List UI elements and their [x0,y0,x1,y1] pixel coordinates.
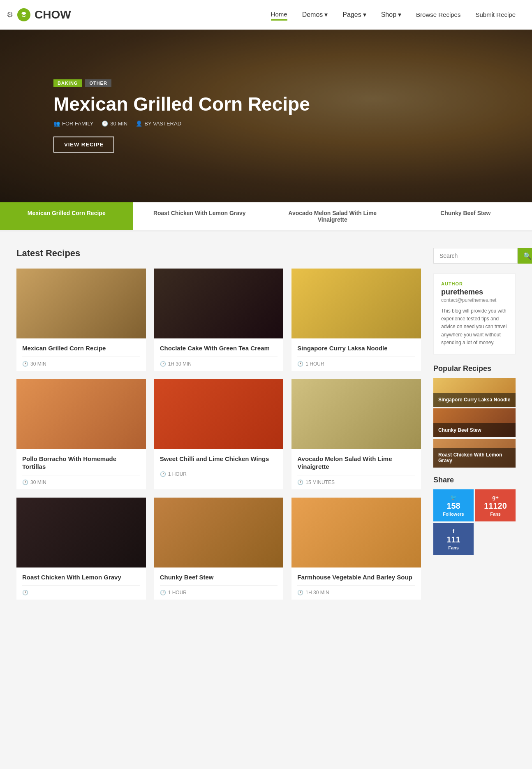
recipe-image [154,379,284,449]
clock-icon: 🕐 [297,590,303,595]
recipe-title: Roast Chicken With Lemon Gravy [22,573,140,581]
popular-item[interactable]: Chunky Beef Stew [433,408,516,437]
facebook-count: 111 [446,535,460,544]
recipe-card-body: Farmhouse Vegetable And Barley Soup 🕐 1H… [291,567,421,600]
tab-mexican-grilled[interactable]: Mexican Grilled Corn Recipe [0,202,133,230]
hero-meta-time: 🕐 30 MIN [102,120,127,127]
search-box: 🔍 [433,248,516,264]
recipe-card-body: Avocado Melon Salad With Lime Vinaigrett… [291,449,421,489]
nav-pages[interactable]: Pages ▾ [342,11,366,19]
clock-icon: 🕐 [160,471,166,477]
tab-avocado-melon[interactable]: Avocado Melon Salad With Lime Vinaigrett… [266,202,399,230]
tab-roast-chicken[interactable]: Roast Chicken With Lemon Gravy [133,202,266,230]
recipe-card[interactable]: Sweet Chilli and Lime Chicken Wings 🕐 1 … [154,379,284,489]
popular-recipes: Popular Recipes Singapore Curry Laksa No… [433,364,516,468]
search-button[interactable]: 🔍 [518,248,532,264]
logo[interactable]: CHOW [16,7,71,22]
recipe-card[interactable]: Singapore Curry Laksa Noodle 🕐 1 HOUR [291,269,421,371]
popular-item[interactable]: Roast Chicken With Lemon Gravy [433,439,516,468]
nav-home[interactable]: Home [271,9,287,21]
nav-shop[interactable]: Shop ▾ [381,11,401,19]
recipe-image [291,269,421,338]
author-name: purethemes [441,288,508,296]
nav-browse-recipes[interactable]: Browse Recipes [416,9,460,20]
tab-chunky-beef[interactable]: Chunky Beef Stew [399,202,532,230]
recipe-meta: 🕐 [22,585,140,595]
recipe-card[interactable]: Farmhouse Vegetable And Barley Soup 🕐 1H… [291,498,421,600]
latest-recipes-title: Latest Recipes [16,248,421,259]
share-section: Share 🐦 158 Followers g+ 11120 Fans f 11… [433,476,516,555]
recipe-card-body: Pollo Borracho With Homemade Tortillas 🕐… [16,449,146,489]
hero-title: Mexican Grilled Corn Recipe [53,93,479,115]
clock-icon: 🕐 [22,590,28,595]
twitter-share-button[interactable]: 🐦 158 Followers [433,489,474,521]
recipe-card[interactable]: Avocado Melon Salad With Lime Vinaigrett… [291,379,421,489]
chevron-down-icon: ▾ [363,11,366,19]
clock-icon: 🕐 [22,479,28,485]
clock-icon: 🕐 [102,120,108,127]
recipe-title: Sweet Chilli and Lime Chicken Wings [160,455,278,463]
google-label: Fans [490,512,501,517]
sidebar: 🔍 AUTHOR purethemes contact@purethemes.n… [433,248,516,600]
recipe-meta: 🕐 1 HOUR [160,467,278,477]
recipe-title: Choclate Cake With Green Tea Cream [160,344,278,352]
nav-demos[interactable]: Demos ▾ [302,11,328,19]
recipe-image [154,269,284,338]
clock-icon: 🕐 [160,361,166,367]
clock-icon: 🕐 [297,361,303,367]
author-card: AUTHOR purethemes contact@purethemes.net… [433,273,516,354]
recipe-meta: 🕐 1H 30 MIN [297,585,415,595]
recipe-title: Mexican Grilled Corn Recipe [22,344,140,352]
recipe-title: Chunky Beef Stew [160,573,278,581]
clock-icon: 🕐 [160,590,166,595]
nav-submit-recipe[interactable]: Submit Recipe [475,9,516,20]
search-input[interactable] [433,248,518,264]
view-recipe-button[interactable]: VIEW RECIPE [53,137,114,153]
recipe-meta: 🕐 1H 30 MIN [160,357,278,367]
recipe-image [16,379,146,449]
recipe-card-body: Roast Chicken With Lemon Gravy 🕐 [16,567,146,600]
clock-icon: 🕐 [297,479,303,485]
google-count: 11120 [484,501,507,511]
hero-tags: BAKING OTHER [53,79,479,87]
facebook-share-button[interactable]: f 111 Fans [433,523,474,555]
main-content: Latest Recipes Mexican Grilled Corn Reci… [0,232,532,616]
recipe-title: Farmhouse Vegetable And Barley Soup [297,573,415,581]
recipe-image [291,498,421,567]
twitter-icon: 🐦 [450,494,457,500]
hero-content: BAKING OTHER Mexican Grilled Corn Recipe… [53,79,479,153]
recipe-meta: 🕐 30 MIN [22,357,140,367]
facebook-icon: f [453,528,454,534]
popular-item[interactable]: Singapore Curry Laksa Noodle [433,378,516,407]
hero-meta: 👥 FOR FAMILY 🕐 30 MIN 👤 BY VASTERAD [53,120,479,127]
recipe-card-body: Choclate Cake With Green Tea Cream 🕐 1H … [154,338,284,371]
main-nav: Home Demos ▾ Pages ▾ Shop ▾ Browse Recip… [271,9,516,21]
recipe-card[interactable]: Chunky Beef Stew 🕐 1 HOUR [154,498,284,600]
recipe-card-body: Singapore Curry Laksa Noodle 🕐 1 HOUR [291,338,421,371]
recipe-card[interactable]: Choclate Cake With Green Tea Cream 🕐 1H … [154,269,284,371]
twitter-count: 158 [446,501,460,511]
popular-item-label: Roast Chicken With Lemon Gravy [433,448,516,468]
recipe-tabs: Mexican Grilled Corn Recipe Roast Chicke… [0,202,532,232]
recipe-card-body: Mexican Grilled Corn Recipe 🕐 30 MIN [16,338,146,371]
recipe-card[interactable]: Roast Chicken With Lemon Gravy 🕐 [16,498,146,600]
popular-item-label: Singapore Curry Laksa Noodle [433,393,516,407]
gear-icon[interactable]: ⚙ [7,10,13,19]
recipe-meta: 🕐 1 HOUR [297,357,415,367]
recipe-image [16,269,146,338]
facebook-label: Fans [448,545,459,550]
recipe-card[interactable]: Mexican Grilled Corn Recipe 🕐 30 MIN [16,269,146,371]
hero-meta-family: 👥 FOR FAMILY [53,120,93,127]
logo-text: CHOW [35,8,71,21]
recipe-title: Pollo Borracho With Homemade Tortillas [22,455,140,471]
user-icon: 👤 [136,120,142,127]
author-label: AUTHOR [441,281,508,286]
clock-icon: 🕐 [22,361,28,367]
recipe-card[interactable]: Pollo Borracho With Homemade Tortillas 🕐… [16,379,146,489]
google-share-button[interactable]: g+ 11120 Fans [475,489,516,521]
share-buttons: 🐦 158 Followers g+ 11120 Fans f 111 Fans [433,489,516,555]
family-icon: 👥 [53,120,60,127]
logo-icon [16,7,31,22]
recipe-card-body: Chunky Beef Stew 🕐 1 HOUR [154,567,284,600]
share-title: Share [433,476,516,484]
